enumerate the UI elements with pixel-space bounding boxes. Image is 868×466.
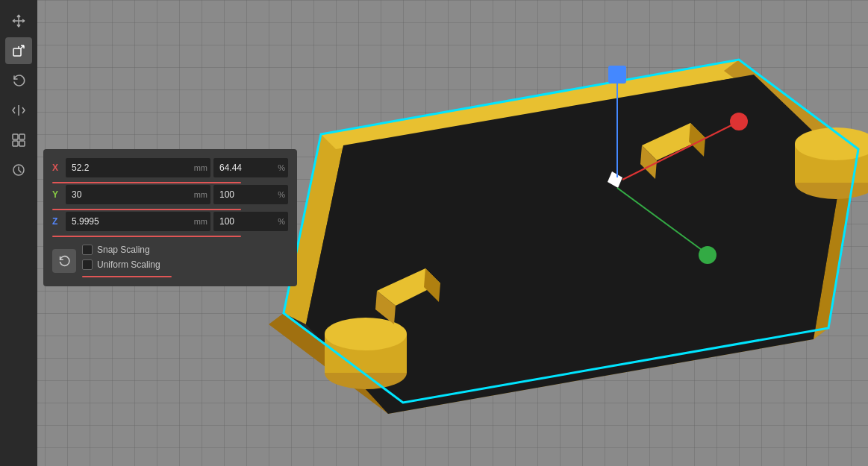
z-axis-label: Z — [52, 216, 63, 227]
y-mm-input[interactable] — [66, 185, 210, 204]
svg-rect-30 — [19, 134, 25, 139]
uniform-scaling-row[interactable]: Uniform Scaling — [82, 259, 172, 270]
z-row: Z mm % — [52, 212, 288, 231]
group-button[interactable] — [5, 127, 32, 154]
x-pct-input[interactable] — [213, 158, 288, 177]
undo-button[interactable] — [5, 67, 32, 94]
z-mm-wrap: mm — [66, 212, 210, 231]
uniform-scaling-checkbox[interactable] — [82, 259, 93, 270]
checkboxes-col: Snap Scaling Uniform Scaling — [82, 245, 172, 277]
z-pct-input[interactable] — [213, 212, 288, 231]
options-row: Snap Scaling Uniform Scaling — [52, 245, 288, 277]
scale-tool-button[interactable] — [5, 37, 32, 64]
move-tool-button[interactable] — [5, 7, 32, 34]
reset-button[interactable] — [52, 249, 76, 273]
y-pct-wrap: % — [213, 185, 288, 204]
uniform-scaling-underline — [82, 276, 172, 277]
x-axis-bar — [52, 182, 241, 183]
z-mm-input[interactable] — [66, 212, 210, 231]
properties-panel: X mm % Y mm % Z mm % — [43, 149, 297, 286]
svg-rect-28 — [13, 48, 21, 56]
x-axis-label: X — [52, 163, 63, 173]
snap-scaling-checkbox[interactable] — [82, 245, 93, 255]
toolbar — [0, 0, 37, 466]
svg-point-27 — [699, 246, 716, 264]
snap-scaling-label: Snap Scaling — [97, 245, 150, 255]
x-row: X mm % — [52, 158, 288, 177]
x-pct-wrap: % — [213, 158, 288, 177]
uniform-scaling-label: Uniform Scaling — [97, 259, 160, 270]
x-mm-wrap: mm — [66, 158, 210, 177]
mirror-button[interactable] — [5, 97, 32, 124]
svg-rect-23 — [608, 66, 626, 84]
svg-point-25 — [730, 113, 748, 130]
z-axis-bar — [52, 236, 241, 237]
y-axis-bar — [52, 209, 241, 210]
y-row: Y mm % — [52, 185, 288, 204]
y-pct-input[interactable] — [213, 185, 288, 204]
svg-rect-31 — [13, 141, 18, 146]
svg-point-10 — [325, 318, 407, 350]
support-button[interactable] — [5, 157, 32, 183]
y-mm-wrap: mm — [66, 185, 210, 204]
svg-rect-29 — [13, 134, 18, 139]
svg-rect-32 — [19, 141, 25, 146]
x-mm-input[interactable] — [66, 158, 210, 177]
y-axis-label: Y — [52, 189, 63, 200]
snap-scaling-row[interactable]: Snap Scaling — [82, 245, 172, 255]
z-pct-wrap: % — [213, 212, 288, 231]
